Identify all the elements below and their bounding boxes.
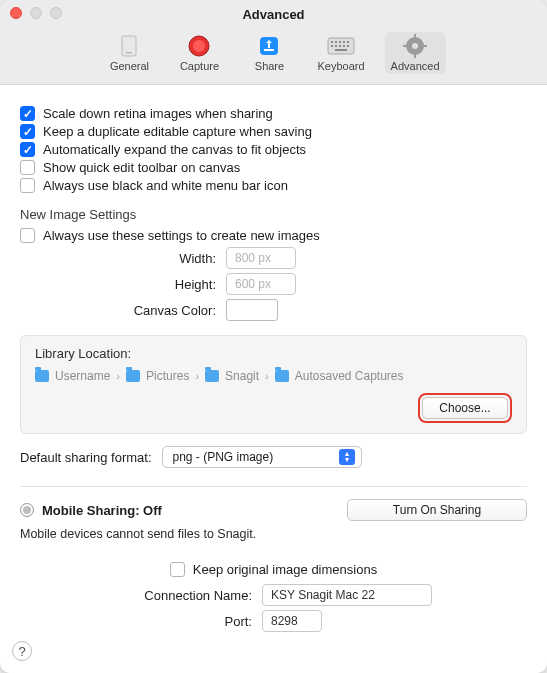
window-title: Advanced bbox=[242, 7, 304, 22]
auto-expand-canvas-checkbox[interactable]: Automatically expand the canvas to fit o… bbox=[20, 142, 527, 157]
window-controls bbox=[10, 7, 62, 19]
canvas-color-label: Canvas Color: bbox=[20, 303, 216, 318]
gear-icon bbox=[401, 34, 429, 58]
tab-general[interactable]: General bbox=[101, 32, 157, 74]
svg-rect-8 bbox=[335, 41, 337, 43]
zoom-window-button bbox=[50, 7, 62, 19]
scale-down-retina-checkbox[interactable]: Scale down retina images when sharing bbox=[20, 106, 527, 121]
keep-duplicate-checkbox[interactable]: Keep a duplicate editable capture when s… bbox=[20, 124, 527, 139]
svg-rect-10 bbox=[343, 41, 345, 43]
tab-label: Capture bbox=[180, 60, 219, 72]
tab-share[interactable]: Share bbox=[241, 32, 297, 74]
choose-button-highlight: Choose... bbox=[418, 393, 512, 423]
port-label: Port: bbox=[20, 614, 252, 629]
checkbox-icon bbox=[170, 562, 185, 577]
checkbox-icon bbox=[20, 142, 35, 157]
default-sharing-format-select[interactable]: png - (PNG image) ▴▾ bbox=[162, 446, 362, 468]
bw-menubar-icon-checkbox[interactable]: Always use black and white menu bar icon bbox=[20, 178, 527, 193]
checkbox-label: Always use black and white menu bar icon bbox=[43, 178, 288, 193]
tab-advanced[interactable]: Advanced bbox=[385, 32, 446, 74]
canvas-color-swatch[interactable] bbox=[226, 299, 278, 321]
titlebar: Advanced bbox=[0, 0, 547, 28]
checkbox-label: Always use these settings to create new … bbox=[43, 228, 320, 243]
library-path-breadcrumb: Username › Pictures › Snagit › Autosaved… bbox=[35, 369, 512, 383]
svg-rect-20 bbox=[414, 34, 416, 38]
select-caret-icon: ▴▾ bbox=[339, 449, 355, 465]
tab-label: Advanced bbox=[391, 60, 440, 72]
capture-icon bbox=[185, 34, 213, 58]
select-value: png - (PNG image) bbox=[173, 450, 331, 464]
svg-rect-23 bbox=[423, 45, 427, 47]
svg-rect-9 bbox=[339, 41, 341, 43]
svg-rect-5 bbox=[264, 49, 274, 51]
close-window-button[interactable] bbox=[10, 7, 22, 19]
svg-rect-17 bbox=[335, 49, 347, 51]
choose-library-button[interactable]: Choose... bbox=[422, 397, 508, 419]
checkbox-label: Keep a duplicate editable capture when s… bbox=[43, 124, 312, 139]
checkbox-icon bbox=[20, 178, 35, 193]
port-input[interactable] bbox=[262, 610, 322, 632]
folder-icon bbox=[35, 370, 49, 382]
path-segment: Username bbox=[55, 369, 110, 383]
folder-icon bbox=[126, 370, 140, 382]
mobile-sharing-note: Mobile devices cannot send files to Snag… bbox=[20, 527, 527, 541]
checkbox-label: Automatically expand the canvas to fit o… bbox=[43, 142, 306, 157]
svg-rect-13 bbox=[335, 45, 337, 47]
connection-name-label: Connection Name: bbox=[20, 588, 252, 603]
checkbox-icon bbox=[20, 228, 35, 243]
svg-point-19 bbox=[412, 43, 418, 49]
tab-label: Keyboard bbox=[317, 60, 364, 72]
path-segment: Autosaved Captures bbox=[295, 369, 404, 383]
keep-original-dimensions-checkbox[interactable]: Keep original image dimensions bbox=[170, 562, 377, 577]
svg-rect-14 bbox=[339, 45, 341, 47]
path-segment: Pictures bbox=[146, 369, 189, 383]
always-use-settings-checkbox[interactable]: Always use these settings to create new … bbox=[20, 228, 527, 243]
height-label: Height: bbox=[20, 277, 216, 292]
tab-label: General bbox=[110, 60, 149, 72]
path-segment: Snagit bbox=[225, 369, 259, 383]
tab-keyboard[interactable]: Keyboard bbox=[311, 32, 370, 74]
new-image-settings-heading: New Image Settings bbox=[20, 207, 527, 222]
checkbox-icon bbox=[20, 124, 35, 139]
svg-point-3 bbox=[193, 40, 205, 52]
svg-rect-15 bbox=[343, 45, 345, 47]
svg-rect-11 bbox=[347, 41, 349, 43]
content-area: Scale down retina images when sharing Ke… bbox=[0, 85, 547, 673]
checkbox-label: Show quick edit toolbar on canvas bbox=[43, 160, 240, 175]
height-input[interactable] bbox=[226, 273, 296, 295]
general-icon bbox=[115, 34, 143, 58]
svg-rect-7 bbox=[331, 41, 333, 43]
svg-rect-21 bbox=[414, 54, 416, 58]
tab-label: Share bbox=[255, 60, 284, 72]
quick-edit-toolbar-checkbox[interactable]: Show quick edit toolbar on canvas bbox=[20, 160, 527, 175]
width-input[interactable] bbox=[226, 247, 296, 269]
library-location-heading: Library Location: bbox=[35, 346, 512, 361]
help-button[interactable]: ? bbox=[12, 641, 32, 661]
checkbox-icon bbox=[20, 106, 35, 121]
connection-name-input[interactable] bbox=[262, 584, 432, 606]
checkbox-label: Keep original image dimensions bbox=[193, 562, 377, 577]
folder-icon bbox=[275, 370, 289, 382]
preferences-window: Advanced General Capture Share Keyboard bbox=[0, 0, 547, 673]
chevron-right-icon: › bbox=[195, 370, 199, 382]
turn-on-sharing-button[interactable]: Turn On Sharing bbox=[347, 499, 527, 521]
svg-rect-22 bbox=[403, 45, 407, 47]
preferences-toolbar: General Capture Share Keyboard Advanced bbox=[0, 28, 547, 85]
share-icon bbox=[255, 34, 283, 58]
chevron-right-icon: › bbox=[265, 370, 269, 382]
mobile-sharing-status-indicator bbox=[20, 503, 34, 517]
default-sharing-format-label: Default sharing format: bbox=[20, 450, 152, 465]
library-location-group: Library Location: Username › Pictures › … bbox=[20, 335, 527, 434]
divider bbox=[20, 486, 527, 487]
checkbox-icon bbox=[20, 160, 35, 175]
keyboard-icon bbox=[327, 34, 355, 58]
svg-rect-12 bbox=[331, 45, 333, 47]
tab-capture[interactable]: Capture bbox=[171, 32, 227, 74]
width-label: Width: bbox=[20, 251, 216, 266]
chevron-right-icon: › bbox=[116, 370, 120, 382]
svg-rect-16 bbox=[347, 45, 349, 47]
checkbox-label: Scale down retina images when sharing bbox=[43, 106, 273, 121]
mobile-sharing-title: Mobile Sharing: Off bbox=[42, 503, 162, 518]
svg-rect-1 bbox=[126, 52, 132, 54]
folder-icon bbox=[205, 370, 219, 382]
